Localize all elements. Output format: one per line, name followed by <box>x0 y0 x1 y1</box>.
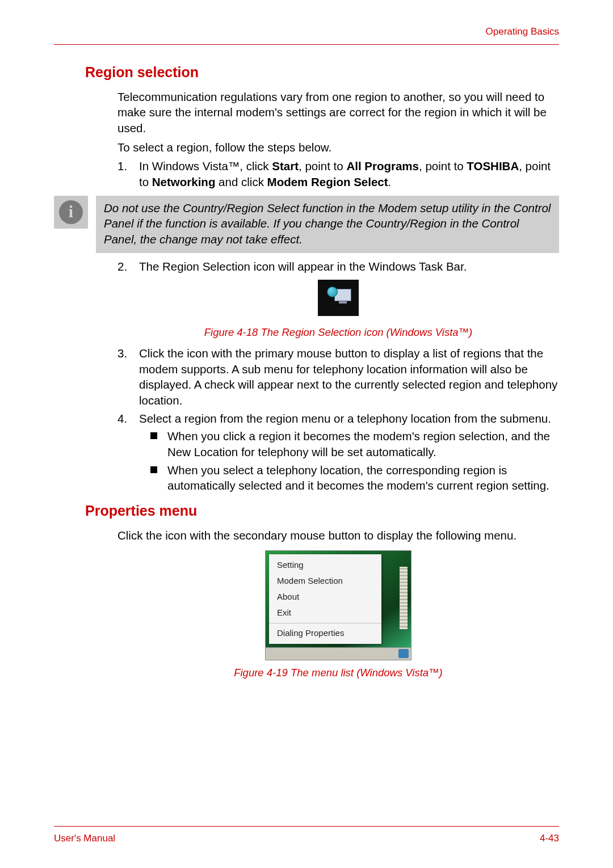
footer-manual-label: User's Manual <box>54 832 115 845</box>
step4-bullets: When you click a region it becomes the m… <box>150 428 559 494</box>
step1-text-f: . <box>388 175 392 188</box>
steps-list-cont2: Click the icon with the primary mouse bu… <box>117 345 559 426</box>
heading-region-selection: Region selection <box>85 63 559 82</box>
region-selection-taskbar-icon <box>318 280 359 316</box>
bullet-region-click: When you click a region it becomes the m… <box>150 428 559 460</box>
page-header: Operating Basics <box>54 26 559 45</box>
step1-bold-start: Start <box>272 159 299 172</box>
info-icon-wrap: i <box>54 196 88 229</box>
menu-item-dialing-properties[interactable]: Dialing Properties <box>269 625 381 641</box>
step1-bold-modemregion: Modem Region Select <box>267 175 388 188</box>
context-menu: Setting Modem Selection About Exit Diali… <box>269 554 381 644</box>
figure-4-18-caption: Figure 4-18 The Region Selection icon (W… <box>117 326 559 340</box>
region-pre-steps: To select a region, follow the steps bel… <box>117 140 559 155</box>
heading-properties-menu: Properties menu <box>85 502 559 521</box>
steps-list-cont: The Region Selection icon will appear in… <box>117 259 559 275</box>
step-3: Click the icon with the primary mouse bu… <box>117 345 559 408</box>
menu-separator <box>269 623 381 623</box>
taskbar-strip <box>266 647 411 660</box>
figure-4-19-caption: Figure 4-19 The menu list (Windows Vista… <box>117 666 559 680</box>
bullet-telephony-select: When you select a telephony location, th… <box>150 462 559 494</box>
menu-screenshot: Setting Modem Selection About Exit Diali… <box>265 550 412 660</box>
page-footer: User's Manual 4-43 <box>54 826 559 845</box>
step1-bold-toshiba: TOSHIBA <box>467 159 519 172</box>
step1-bold-networking: Networking <box>152 175 216 188</box>
step1-bold-allprograms: All Programs <box>346 159 419 172</box>
step1-text-a: In Windows Vista™, click <box>139 159 272 172</box>
region-intro: Telecommunication regulations vary from … <box>117 89 559 136</box>
figure-4-18: Figure 4-18 The Region Selection icon (W… <box>117 280 559 340</box>
menu-item-setting[interactable]: Setting <box>269 557 381 573</box>
scroll-strip-icon <box>400 567 408 629</box>
properties-intro: Click the icon with the secondary mouse … <box>117 528 559 543</box>
info-note-text: Do not use the Country/Region Select fun… <box>96 196 559 253</box>
steps-list: In Windows Vista™, click Start, point to… <box>117 158 559 189</box>
header-section-link[interactable]: Operating Basics <box>486 26 559 37</box>
step-4: Select a region from the region menu or … <box>117 411 559 427</box>
step-1: In Windows Vista™, click Start, point to… <box>117 158 559 189</box>
step1-text-c: , point to <box>419 159 467 172</box>
step1-text-b: , point to <box>299 159 346 172</box>
menu-item-exit[interactable]: Exit <box>269 605 381 621</box>
info-icon: i <box>59 200 83 224</box>
figure-4-19: Setting Modem Selection About Exit Diali… <box>117 550 559 680</box>
info-note-block: i Do not use the Country/Region Select f… <box>54 196 559 253</box>
tray-icon <box>398 649 409 658</box>
step1-text-e: and click <box>215 175 267 188</box>
footer-page-number: 4-43 <box>540 832 559 845</box>
menu-item-about[interactable]: About <box>269 589 381 605</box>
step-2: The Region Selection icon will appear in… <box>117 259 559 275</box>
menu-item-modem-selection[interactable]: Modem Selection <box>269 573 381 589</box>
